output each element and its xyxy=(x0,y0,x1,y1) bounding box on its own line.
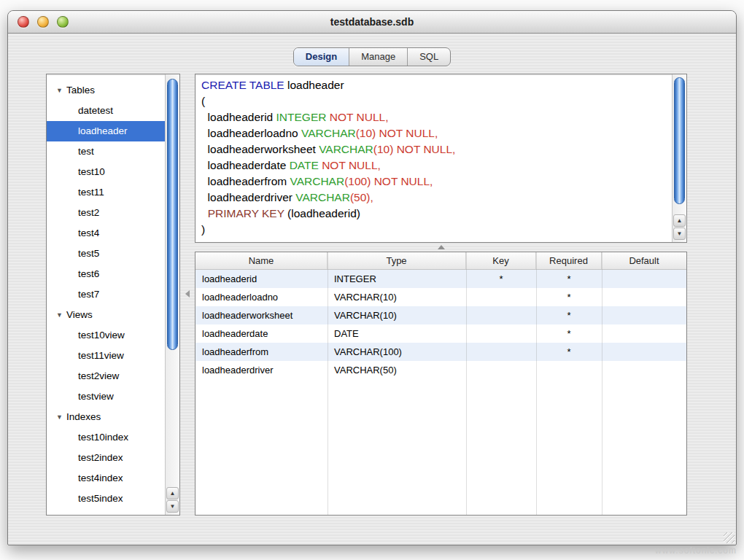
cell-key xyxy=(466,361,536,379)
cell-name: loadheaderfrom xyxy=(195,343,328,361)
tab-manage[interactable]: Manage xyxy=(349,48,407,66)
tree-item-test4[interactable]: test4 xyxy=(47,223,165,244)
cell-default xyxy=(602,361,686,379)
sql-line: ( xyxy=(201,93,669,109)
scrollbar-arrows: ▲ ▼ xyxy=(166,486,179,513)
tree-section-indexes[interactable]: ▼Indexes xyxy=(47,407,165,427)
sql-line: loadheaderfrom VARCHAR(100) NOT NULL, xyxy=(201,174,669,190)
scroll-down-button[interactable]: ▼ xyxy=(673,228,686,240)
cell-default xyxy=(602,288,686,306)
collapse-caret-icon xyxy=(185,290,190,298)
sql-line: loadheaderloadno VARCHAR(10) NOT NULL, xyxy=(201,125,669,141)
scroll-up-icon: ▲ xyxy=(170,490,176,497)
cell-default xyxy=(602,270,686,288)
column-header-type[interactable]: Type xyxy=(328,252,466,269)
scrollbar-thumb[interactable] xyxy=(167,79,178,350)
table-row[interactable]: loadheaderloadnoVARCHAR(10)* xyxy=(195,288,686,306)
cell-required xyxy=(536,361,602,379)
tree-item-test11[interactable]: test11 xyxy=(47,182,165,203)
column-header-name[interactable]: Name xyxy=(195,252,328,269)
disclosure-triangle-icon[interactable]: ▼ xyxy=(56,407,66,427)
tree-item-testview[interactable]: testview xyxy=(47,386,165,407)
tree-item-test11view[interactable]: test11view xyxy=(47,346,165,366)
disclosure-triangle-icon[interactable]: ▼ xyxy=(56,305,66,325)
cell-default xyxy=(602,306,686,324)
table-row[interactable]: loadheaderfromVARCHAR(100)* xyxy=(195,343,686,361)
cell-default xyxy=(602,343,686,361)
tree-item-datetest[interactable]: datetest xyxy=(47,101,165,121)
resize-grip[interactable] xyxy=(724,532,735,543)
tab-design[interactable]: Design xyxy=(294,48,349,66)
sidebar-collapse-handle[interactable] xyxy=(182,288,193,300)
cell-type: VARCHAR(50) xyxy=(328,361,466,379)
tree-item-test7[interactable]: test7 xyxy=(47,284,165,305)
tree-section-views[interactable]: ▼Views xyxy=(47,305,165,325)
tree-item-loadheader[interactable]: loadheader xyxy=(47,121,165,141)
table-row[interactable]: loadheaderidINTEGER** xyxy=(195,270,686,288)
scrollbar-thumb[interactable] xyxy=(674,77,685,204)
window-controls xyxy=(18,16,69,28)
table-row[interactable]: loadheaderdriverVARCHAR(50) xyxy=(195,361,686,379)
tab-bar: DesignManageSQL xyxy=(8,47,736,66)
columns-grid-panel: NameTypeKeyRequiredDefault loadheaderidI… xyxy=(195,252,687,516)
cell-required: * xyxy=(536,288,602,306)
tree-section-tables[interactable]: ▼Tables xyxy=(47,80,165,101)
scroll-up-button[interactable]: ▲ xyxy=(673,214,686,227)
sql-line: loadheaderworksheet VARCHAR(10) NOT NULL… xyxy=(201,141,669,158)
cell-key: * xyxy=(466,270,536,288)
tree-item-test10view[interactable]: test10view xyxy=(47,325,165,346)
tree-item-test[interactable]: test xyxy=(47,141,165,162)
tree-item-test2[interactable]: test2 xyxy=(47,203,165,223)
scroll-up-button[interactable]: ▲ xyxy=(166,487,179,499)
create-table-sql[interactable]: CREATE TABLE loadheader( loadheaderid IN… xyxy=(201,77,669,241)
column-header-default[interactable]: Default xyxy=(602,252,686,269)
tree-item-test10index[interactable]: test10index xyxy=(47,427,165,448)
zoom-button[interactable] xyxy=(57,16,69,28)
cell-key xyxy=(466,306,536,324)
window-titlebar[interactable]: testdatabase.sdb xyxy=(8,11,736,34)
grid-column-divider xyxy=(466,252,467,515)
cell-type: INTEGER xyxy=(328,270,466,288)
cell-default xyxy=(602,324,686,343)
close-button[interactable] xyxy=(18,16,29,28)
tree-item-test6[interactable]: test6 xyxy=(47,264,165,284)
sidebar-panel: ▼Tablesdatetestloadheadertesttest10test1… xyxy=(46,74,180,516)
tree-item-test4index[interactable]: test4index xyxy=(47,468,165,489)
cell-key xyxy=(466,288,536,306)
sql-line: PRIMARY KEY (loadheaderid) xyxy=(201,206,669,222)
pane-splitter[interactable] xyxy=(195,243,687,252)
grid-column-divider xyxy=(602,252,602,515)
cell-type: DATE xyxy=(328,324,466,343)
disclosure-triangle-icon[interactable]: ▼ xyxy=(56,80,66,101)
sidebar-scrollbar[interactable]: ▲ ▼ xyxy=(165,74,179,515)
column-header-required[interactable]: Required xyxy=(536,252,602,269)
table-row[interactable]: loadheaderworksheetVARCHAR(10)* xyxy=(195,306,686,324)
cell-key xyxy=(466,343,536,361)
tree-item-test5index[interactable]: test5index xyxy=(47,489,165,509)
tree-item-test10[interactable]: test10 xyxy=(47,162,165,182)
scroll-down-button[interactable]: ▼ xyxy=(166,500,179,513)
grid-body: loadheaderidINTEGER**loadheaderloadnoVAR… xyxy=(195,270,686,379)
tree-section-label: Views xyxy=(66,309,93,320)
tree-section-label: Tables xyxy=(66,85,95,96)
cell-name: loadheaderid xyxy=(195,270,328,288)
object-tree: ▼Tablesdatetestloadheadertesttest10test1… xyxy=(47,74,165,515)
tree-item-test5[interactable]: test5 xyxy=(47,244,165,264)
tree-item-test2view[interactable]: test2view xyxy=(47,366,165,386)
table-row[interactable]: loadheaderdateDATE* xyxy=(195,324,686,343)
sql-scrollbar[interactable]: ▲ ▼ xyxy=(672,74,686,242)
cell-required: * xyxy=(536,343,602,361)
scroll-down-icon: ▼ xyxy=(170,503,176,510)
cell-name: loadheaderworksheet xyxy=(195,306,328,324)
tab-sql[interactable]: SQL xyxy=(407,48,450,66)
cell-name: loadheaderdriver xyxy=(195,361,328,379)
minimize-button[interactable] xyxy=(37,16,49,28)
tree-item-test2index[interactable]: test2index xyxy=(47,448,165,468)
grid-column-divider xyxy=(328,252,328,515)
tree-item-test7index[interactable]: test7index xyxy=(47,509,165,515)
cell-required: * xyxy=(536,270,602,288)
column-header-key[interactable]: Key xyxy=(466,252,536,269)
scroll-up-icon: ▲ xyxy=(677,217,683,224)
cell-type: VARCHAR(100) xyxy=(328,343,466,361)
cell-required: * xyxy=(536,306,602,324)
